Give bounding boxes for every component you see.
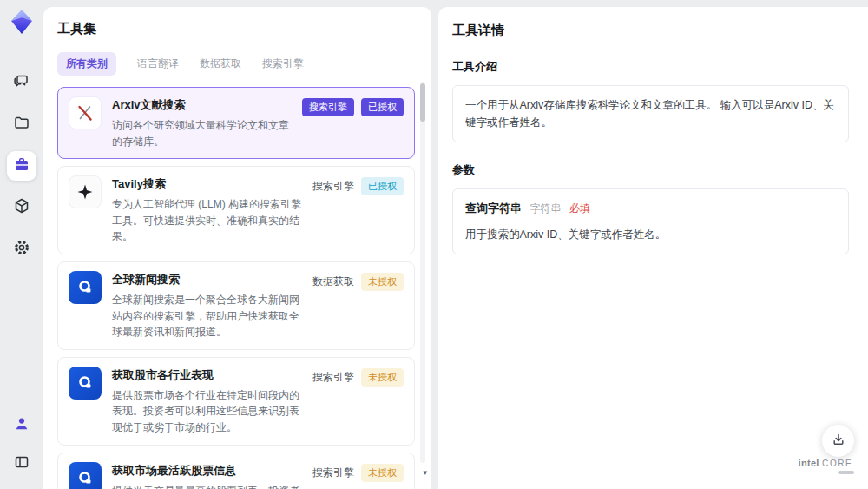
tool-card[interactable]: Tavily搜索 专为人工智能代理 (LLM) 构建的搜索引擎工具。可快速提供实…: [57, 166, 415, 254]
tool-category-tag: 搜索引擎: [312, 177, 354, 194]
sidebar-item-tools[interactable]: [7, 151, 36, 181]
tool-auth-badge: 未授权: [361, 273, 404, 291]
tab-数据获取[interactable]: 数据获取: [200, 56, 241, 71]
tool-title: 全球新闻搜索: [112, 272, 302, 287]
brand-sub-mark: [838, 471, 854, 474]
tool-category-tag: 数据获取: [312, 273, 354, 289]
param-required-badge: 必填: [569, 202, 590, 215]
param-type: 字符串: [529, 202, 561, 215]
tool-detail-panel: 工具详情 工具介绍 一个用于从Arxiv存储库搜索科学论文和文章的工具。 输入可…: [438, 7, 868, 489]
tool-description: 全球新闻搜索是一个聚合全球各大新闻网站内容的搜索引擎，帮助用户快速获取全球最新资…: [112, 292, 302, 340]
tool-list-panel: 工具集 所有类别语言翻译数据获取搜索引擎 Arxiv文献搜索 访问各个研究领域大: [43, 7, 431, 489]
param-name: 查询字符串: [465, 202, 522, 215]
folder-icon: [13, 114, 30, 135]
cube-icon: [13, 197, 30, 218]
tool-auth-badge: 未授权: [361, 464, 404, 482]
download-icon: [832, 433, 845, 450]
intro-text: 一个用于从Arxiv存储库搜索科学论文和文章的工具。 输入可以是Arxiv ID…: [465, 99, 834, 129]
tool-icon: [69, 367, 102, 400]
tab-语言翻译[interactable]: 语言翻译: [137, 56, 179, 71]
detail-title: 工具详情: [452, 23, 849, 39]
chat-icon: [13, 72, 30, 93]
intro-box: 一个用于从Arxiv存储库搜索科学论文和文章的工具。 输入可以是Arxiv ID…: [452, 85, 849, 142]
params-box: 查询字符串 字符串 必填 用于搜索的Arxiv ID、关键字或作者姓名。: [452, 188, 849, 254]
tool-description: 专为人工智能代理 (LLM) 构建的搜索引擎工具。可快速提供实时、准确和真实的结…: [112, 196, 302, 245]
tool-description: 提供股票市场各个行业在特定时间段内的表现。投资者可以利用这些信息来识别表现优于或…: [112, 387, 302, 436]
sidebar-item-chat[interactable]: [7, 68, 36, 97]
params-heading: 参数: [452, 162, 849, 178]
page-title: 工具集: [57, 21, 414, 37]
tab-搜索引擎[interactable]: 搜索引擎: [262, 56, 304, 71]
left-sidebar: [0, 0, 43, 489]
sidebar-item-collapse[interactable]: [7, 449, 36, 479]
parameter-item: 查询字符串 字符串 必填 用于搜索的Arxiv ID、关键字或作者姓名。: [465, 200, 836, 243]
tool-icon: [69, 96, 102, 129]
tool-icon: [69, 175, 102, 208]
sidebar-item-files[interactable]: [7, 109, 36, 139]
param-description: 用于搜索的Arxiv ID、关键字或作者姓名。: [465, 226, 836, 243]
tool-category-tag: 搜索引擎: [312, 368, 354, 385]
tool-title: 获取市场最活跃股票信息: [112, 463, 302, 479]
tool-list-scrollbar[interactable]: [420, 82, 425, 463]
scrollbar-thumb[interactable]: [420, 83, 425, 122]
tool-card[interactable]: 获取市场最活跃股票信息 提供当天交易量最高的股票列表，投资者可以利用这些信息来识…: [57, 453, 415, 489]
tool-list: Arxiv文献搜索 访问各个研究领域大量科学论文和文章的存储库。 搜索引擎 已授…: [57, 87, 415, 489]
tab-所有类别[interactable]: 所有类别: [57, 52, 116, 76]
sidebar-item-account[interactable]: [7, 411, 36, 440]
tool-card[interactable]: 获取股市各行业表现 提供股票市场各个行业在特定时间段内的表现。投资者可以利用这些…: [57, 357, 415, 446]
tool-title: 获取股市各行业表现: [112, 367, 302, 383]
tool-auth-badge: 已授权: [361, 98, 404, 116]
intel-core-logo: intel core: [793, 458, 858, 474]
tool-auth-badge: 未授权: [361, 368, 404, 387]
brand-core: core: [822, 459, 852, 468]
tool-title: Tavily搜索: [112, 176, 302, 192]
scrollbar-down-arrow-icon[interactable]: ▾: [423, 469, 427, 477]
brand-intel: intel: [799, 458, 819, 468]
tool-description: 访问各个研究领域大量科学论文和文章的存储库。: [112, 117, 292, 149]
tool-auth-badge: 已授权: [361, 177, 404, 195]
tool-description: 提供当天交易量最高的股票列表，投资者可以利用这些信息来识别流动性强的股票和潜在的…: [112, 483, 302, 489]
download-button[interactable]: [822, 425, 854, 457]
panel-toggle-icon: [14, 454, 30, 473]
app-logo: [10, 9, 34, 38]
category-tabs: 所有类别语言翻译数据获取搜索引擎: [57, 52, 414, 76]
tool-category-tag: 搜索引擎: [312, 464, 354, 480]
settings-gear-icon: [13, 239, 30, 260]
tool-card[interactable]: Arxiv文献搜索 访问各个研究领域大量科学论文和文章的存储库。 搜索引擎 已授…: [57, 87, 415, 159]
tool-category-tag: 搜索引擎: [302, 98, 354, 116]
toolbox-icon: [13, 155, 30, 176]
tool-card[interactable]: 全球新闻搜索 全球新闻搜索是一个聚合全球各大新闻网站内容的搜索引擎，帮助用户快速…: [57, 261, 415, 350]
user-avatar-icon: [14, 416, 30, 435]
tool-icon: [69, 271, 102, 304]
sidebar-item-packages[interactable]: [7, 193, 36, 222]
intro-heading: 工具介绍: [452, 59, 849, 75]
tool-icon: [69, 462, 102, 489]
sidebar-item-settings[interactable]: [7, 235, 36, 264]
tool-title: Arxiv文献搜索: [112, 97, 292, 113]
